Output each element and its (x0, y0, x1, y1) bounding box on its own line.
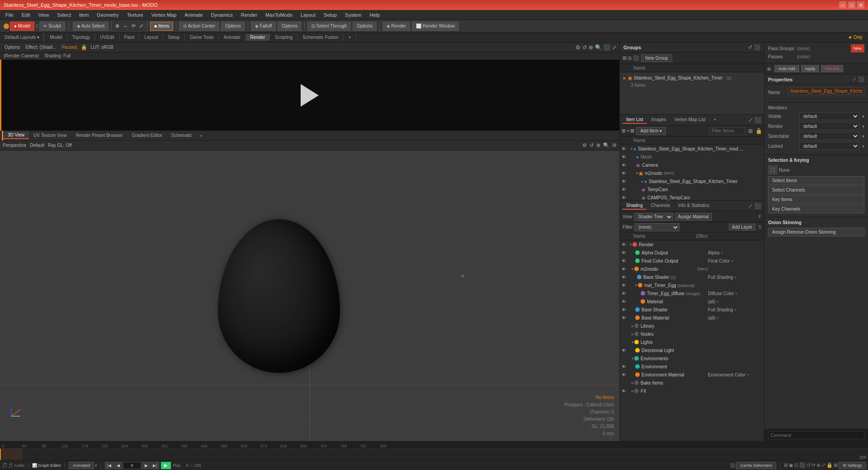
trans-icon-9[interactable]: 🔒 (826, 462, 833, 468)
tree-item-campos[interactable]: 👁 ◉ CAMPOS_TempCam (620, 193, 764, 200)
sh-expand-nodes[interactable]: ▸ (632, 332, 633, 336)
menu-dynamics[interactable]: Dynamics (208, 11, 236, 19)
il-filter-icon[interactable]: ⊞ (748, 128, 753, 134)
default-layouts-dropdown[interactable]: Default Layouts ▾ (2, 34, 42, 41)
il-icon-2[interactable]: + (627, 128, 629, 134)
render-icon-3[interactable]: ⊕ (589, 44, 593, 51)
transform-icon-2[interactable]: ↔ (122, 24, 129, 29)
tab-uvedit[interactable]: UVEdit (96, 34, 119, 41)
options-2-btn[interactable]: Options (278, 22, 301, 31)
sh-eye-fx[interactable]: 👁 (622, 389, 628, 394)
menu-file[interactable]: File (2, 11, 17, 19)
viewport-icon-4[interactable]: 🔍 (603, 142, 609, 148)
tree-item-mesh[interactable]: 👁 ● Mesh (620, 153, 764, 161)
tab-schematic[interactable]: Schematic (167, 132, 197, 139)
key-items-btn[interactable]: Key Items (768, 195, 864, 204)
command-input[interactable] (768, 431, 864, 439)
animated-dropdown[interactable]: ▾ (95, 463, 97, 468)
render-select[interactable]: default (799, 122, 859, 130)
sh-lights[interactable]: 👁 ▾ Lights (620, 338, 764, 346)
tab-channels[interactable]: Channels (647, 202, 674, 210)
visible-dropdown-icon[interactable]: ▾ (862, 114, 864, 119)
sh-eye-mattimeregg[interactable]: 👁 (622, 283, 628, 288)
assign-remove-onion-btn[interactable]: Assign Remove Onion Skinning (768, 228, 864, 236)
model-mode-btn[interactable]: ● Model (10, 22, 34, 31)
item-list-expand-icon[interactable]: ⤢ (748, 117, 753, 123)
sh-directional-light[interactable]: 👁 Directional Light (620, 346, 764, 354)
nav-next-btn[interactable]: ▶ (142, 462, 150, 469)
sh-expand-lights[interactable]: ▾ (632, 340, 633, 344)
options-3-btn[interactable]: Options (353, 22, 376, 31)
tab-layout[interactable]: Layout (140, 34, 163, 41)
menu-texture[interactable]: Texture (123, 11, 147, 19)
nav-prev-btn[interactable]: ◀ (114, 462, 122, 469)
viewport-icon-3[interactable]: ⊕ (596, 142, 600, 148)
tab-scripting[interactable]: Scripting (270, 34, 297, 41)
render-icon-1[interactable]: ⚙ (576, 44, 580, 51)
sh-timer-egg-diffuse[interactable]: 👁 Timer_Egg_diffuse (Image) Diffuse Colo… (620, 289, 764, 297)
viewport-icon-5[interactable]: ⚙ (612, 142, 617, 148)
sh-library[interactable]: 👁 ▸ Library (620, 322, 764, 330)
sh-eye-envmat[interactable]: 👁 (622, 372, 628, 377)
eye-icon-camera[interactable]: 👁 (622, 163, 629, 168)
assign-material-btn[interactable]: Assign Material (675, 213, 712, 221)
tab-render[interactable]: Render (246, 34, 270, 41)
menu-help[interactable]: Help (366, 11, 383, 19)
render-btn[interactable]: ◈ Render (382, 22, 410, 31)
viewport-shading-mode[interactable]: Default (30, 143, 44, 148)
groups-panel-icon[interactable]: ⬛ (754, 44, 760, 50)
viewport-icon-2[interactable]: ↺ (590, 142, 594, 148)
render-icon-2[interactable]: ↺ (582, 44, 587, 51)
eye-icon-egg[interactable]: 👁 (622, 179, 629, 184)
trans-icon-7[interactable]: ⊕ (816, 462, 821, 468)
sh-view-select[interactable]: Shader Tree (634, 213, 673, 221)
tab-uv-texture-view[interactable]: UV Texture View (29, 132, 71, 139)
locked-select[interactable]: default (799, 142, 859, 150)
action-center-btn[interactable]: ⊙ Action Center (179, 22, 219, 31)
selectable-select[interactable]: default (799, 132, 859, 140)
groups-expand-icon[interactable]: ⤢ (748, 44, 752, 50)
tab-info-stats[interactable]: Info & Statistics (675, 202, 713, 210)
render-icon-6[interactable]: ⤢ (612, 44, 617, 51)
tree-item-m2modo[interactable]: 👁 ▾ ▣ m2modo (Item) (620, 169, 764, 177)
trans-icon-6[interactable]: ⟳ (811, 462, 816, 468)
viewport-view-mode[interactable]: Perspective (3, 143, 26, 148)
close-btn[interactable]: ✕ (857, 1, 864, 9)
falloff-btn[interactable]: ◈ Falloff (251, 22, 276, 31)
items-btn[interactable]: ■ Items (150, 22, 173, 31)
tab-vertex-map-list[interactable]: Vertex Map List (671, 116, 709, 124)
animated-btn[interactable]: Animated (69, 462, 94, 469)
sculpt-mode-btn[interactable]: ✏ Sculpt (39, 22, 65, 31)
viewport-3d[interactable]: Perspective Default Ray GL: Off ⚙ ↺ ⊕ 🔍 … (0, 141, 619, 441)
selectable-dropdown-icon[interactable]: ▾ (862, 134, 864, 139)
eye-icon-mesh[interactable]: 👁 (622, 155, 629, 160)
timeline[interactable]: 0 44 88 132 176 220 264 308 352 396 440 … (0, 441, 868, 460)
tab-setup[interactable]: Setup (164, 34, 185, 41)
sh-environments[interactable]: 👁 ▾ Environments (620, 354, 764, 362)
locked-dropdown-icon[interactable]: ▾ (862, 144, 864, 149)
sh-render[interactable]: 👁 ▾ Render (620, 240, 764, 249)
name-input[interactable] (788, 87, 864, 95)
tab-add[interactable]: + (344, 34, 356, 41)
group-expand-arrow[interactable]: ▸ (623, 75, 626, 81)
key-channels-btn[interactable]: Key Channels (768, 205, 864, 213)
sh-bake-items[interactable]: 👁 ▸ Bake Items (620, 379, 764, 387)
transform-icon-4[interactable]: ⤢ (138, 23, 144, 29)
tree-expand-m2modo[interactable]: ▾ (636, 171, 638, 175)
eye-icon-campos[interactable]: 👁 (622, 195, 629, 200)
render-options-btn[interactable]: Options (3, 45, 22, 50)
sh-base-shader-2[interactable]: 👁 Base Shader (2) Full Shading ▾ (620, 273, 764, 281)
il-icon-1[interactable]: ⊞ (622, 128, 626, 134)
add-layer-btn[interactable]: Add Layer (729, 224, 756, 230)
tree-item-root[interactable]: 👁 ▾ ● Stainless_Steel_Egg_Shape_Kitchen_… (620, 145, 764, 153)
tab-topology[interactable]: Topology (68, 34, 95, 41)
menu-vertex-map[interactable]: Vertex Map (148, 11, 180, 19)
transform-icon-3[interactable]: ⟳ (131, 23, 137, 29)
trans-icon-5[interactable]: ↺ (807, 462, 811, 468)
sh-mat-timer-egg[interactable]: 👁 ▾ mat_Timer_Egg (Material) (620, 281, 764, 289)
tree-item-camera[interactable]: 👁 ◉ Camera (620, 161, 764, 169)
tab-model[interactable]: Model (45, 34, 67, 41)
filter-items-input[interactable] (709, 127, 745, 135)
sh-m2modo[interactable]: 👁 ▾ m2modo (Item) (620, 265, 764, 273)
sh-expand-render[interactable]: ▾ (630, 243, 632, 247)
